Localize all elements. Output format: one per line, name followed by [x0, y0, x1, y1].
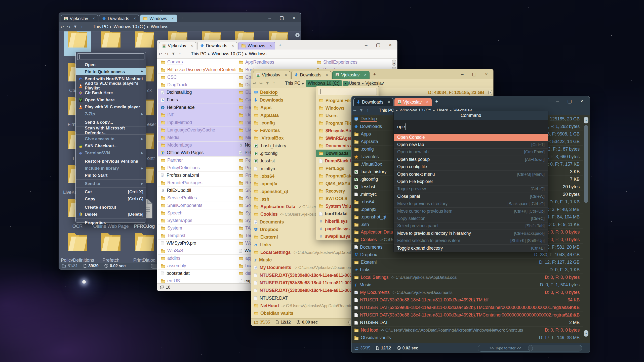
- file-row[interactable]: INF: [158, 111, 236, 119]
- up-icon[interactable]: ↑: [271, 81, 277, 86]
- file-row[interactable]: InputMethod: [158, 119, 236, 126]
- file-row[interactable]: WinSxS: [158, 247, 236, 255]
- up-icon[interactable]: ↑: [365, 108, 371, 113]
- file-row[interactable]: RtlExUpd.dll: [158, 187, 236, 194]
- breadcrumb-segment[interactable]: This PC: [379, 108, 394, 113]
- breadcrumb-segment[interactable]: Vjekoslav: [366, 81, 384, 86]
- scrollbar-down-button[interactable]: ▼: [584, 330, 588, 337]
- minimize-button[interactable]: –: [365, 42, 367, 48]
- command-item-open-new-tab[interactable]: Open new tab[Ctrl+T]: [394, 141, 548, 148]
- up-icon[interactable]: ↑: [177, 52, 183, 56]
- forward-icon[interactable]: ↪: [258, 81, 264, 86]
- tab-downloads[interactable]: Downloads×: [99, 15, 139, 22]
- maximize-button[interactable]: ▢: [376, 42, 380, 48]
- menu-item-scan-with-microsoft-defender[interactable]: Scan with Microsoft Defender...: [76, 127, 146, 134]
- file-row[interactable]: BitLockerDiscoveryVolumeContents: [158, 66, 236, 74]
- file-row[interactable]: DiagTrack: [158, 81, 236, 89]
- file-row[interactable]: NTUSER.DAT{53b39e88-18c4-11ea-a811-000d3…: [351, 311, 583, 319]
- tab-close-icon[interactable]: ×: [388, 100, 390, 104]
- context-menu-filter-input[interactable]: [77, 53, 144, 60]
- close-button[interactable]: ×: [580, 99, 583, 104]
- grid-item[interactable]: [64, 232, 91, 260]
- tab-vjekoslav[interactable]: Vjekoslav×: [394, 98, 432, 106]
- menu-item-properties[interactable]: Properties: [76, 219, 146, 226]
- menu-item-cut[interactable]: Cut[Ctrl+X]: [76, 188, 146, 195]
- command-item-open-config-file[interactable]: Open config file: [394, 163, 548, 171]
- command-item-open-in-new-tab[interactable]: Open in new tab[Ctrl+Enter]: [394, 149, 548, 156]
- file-row[interactable]: ServiceProfiles: [158, 194, 236, 202]
- menu-item-open-vim-here[interactable]: Open Vim here: [76, 96, 146, 103]
- file-row[interactable]: ModemLogs: [158, 142, 236, 149]
- breadcrumb-segment[interactable]: Users: [349, 81, 360, 86]
- menu-item-pin-to-quick-access[interactable]: Pin to Quick access: [76, 68, 146, 75]
- maximize-button[interactable]: ▢: [472, 71, 476, 77]
- close-button[interactable]: ×: [293, 15, 295, 21]
- file-row[interactable]: Offline Web Pages: [158, 149, 236, 157]
- file-row[interactable]: PolicyDefinitions: [158, 164, 236, 172]
- file-row[interactable]: AFonts: [158, 96, 236, 104]
- file-row[interactable]: DtcInstall.log: [158, 89, 236, 96]
- tab-downloads[interactable]: Downloads×: [353, 98, 393, 106]
- file-row[interactable]: LanguageOverlayCache: [158, 126, 236, 134]
- menu-item-open[interactable]: Open: [76, 61, 146, 68]
- file-row[interactable]: WMSysPr9.prx: [158, 240, 236, 247]
- close-button[interactable]: ×: [389, 42, 392, 48]
- command-item-move-to-previous-directory[interactable]: Move to previous directory[Backspace] [C…: [394, 200, 548, 208]
- file-row[interactable]: bootstat.dat: [158, 270, 236, 277]
- grid-item[interactable]: [97, 232, 125, 260]
- tab-close-icon[interactable]: ×: [93, 16, 95, 21]
- back-icon[interactable]: ↩: [157, 52, 164, 56]
- command-item-close-panel[interactable]: Close panel[Ctrl+W]: [394, 193, 548, 200]
- scrollbar-up-button[interactable]: ▲: [584, 117, 588, 123]
- menu-item-play-with-vlc-media-player[interactable]: Play with VLC media player: [76, 103, 146, 110]
- file-row[interactable]: DropboxD: 230, F: 1043, 46 GB: [351, 251, 583, 259]
- breadcrumb-segment[interactable]: Windows 10 (C:): [306, 80, 341, 87]
- menu-item-add-to-vlc-media-player-s-playlist[interactable]: Add to VLC media player's Playlist: [76, 82, 146, 89]
- file-row[interactable]: MusicD: 0, F: 1, 504 bytes: [351, 281, 583, 289]
- file-row[interactable]: assembly: [158, 262, 236, 270]
- file-row[interactable]: ShellComponents: [158, 202, 236, 209]
- menu-item-7-zip[interactable]: 7-Zip▶: [76, 110, 146, 117]
- forward-icon[interactable]: ↪: [164, 52, 170, 56]
- menu-item-create-shortcut[interactable]: Create shortcut: [76, 204, 146, 211]
- file-row[interactable]: AppReadiness: [236, 59, 314, 66]
- menu-item-pin-to-start[interactable]: Pin to Start: [76, 172, 146, 179]
- menu-item-send-to[interactable]: Send to▶: [76, 180, 146, 187]
- status-progress-box[interactable]: [528, 345, 582, 351]
- close-button[interactable]: ×: [485, 71, 488, 77]
- file-row[interactable]: ShellExperiences: [314, 59, 392, 66]
- back-icon[interactable]: ↩: [59, 24, 65, 29]
- menu-item-copy[interactable]: Copy[Ctrl+C]: [76, 195, 146, 202]
- tab-close-icon[interactable]: ×: [270, 43, 272, 48]
- tab-close-icon[interactable]: ×: [364, 73, 366, 77]
- tab-close-icon[interactable]: ×: [232, 43, 234, 48]
- tab-downloads[interactable]: Downloads×: [197, 42, 237, 50]
- menu-item-svn-checkout[interactable]: SVN Checkout...: [76, 142, 146, 149]
- breadcrumb-dropdown-button[interactable]: ▼: [343, 81, 349, 86]
- back-icon[interactable]: ↩: [251, 81, 258, 86]
- file-row[interactable]: Cursors: [158, 59, 236, 66]
- file-row[interactable]: addins: [158, 255, 236, 262]
- breadcrumb-segment[interactable]: Windows: [249, 51, 266, 57]
- history-dropdown-icon[interactable]: ▼: [72, 24, 78, 29]
- file-row[interactable]: Local Settings-> C:\Users\Vjekoslav\AppD…: [351, 274, 583, 281]
- scrollbar-thumb[interactable]: [584, 125, 588, 203]
- menu-item-restore-previous-versions[interactable]: Restore previous versions: [76, 158, 146, 165]
- history-dropdown-icon[interactable]: ▼: [264, 81, 271, 86]
- tab-vjekoslav[interactable]: Vjekoslav×: [253, 71, 290, 79]
- file-row[interactable]: Media: [158, 134, 236, 142]
- new-tab-button[interactable]: +: [373, 72, 376, 78]
- menu-item-give-access-to[interactable]: Give access to▶: [76, 135, 146, 142]
- tab-downloads[interactable]: Downloads×: [291, 71, 331, 79]
- breadcrumb-segment[interactable]: Windows: [151, 24, 168, 29]
- tab-close-icon[interactable]: ×: [172, 16, 174, 21]
- scrollbar-up-button[interactable]: ▲: [295, 33, 300, 37]
- file-row[interactable]: System: [158, 224, 236, 232]
- menu-item-tortoisesvn[interactable]: TortoiseSVN▶: [76, 149, 146, 156]
- tab-close-icon[interactable]: ×: [426, 100, 428, 104]
- tab-windows[interactable]: Windows×: [238, 42, 275, 50]
- grid-item[interactable]: [131, 232, 158, 260]
- menu-item-send-a-copy[interactable]: Send a copy...: [76, 119, 146, 126]
- new-tab-button[interactable]: +: [279, 42, 281, 49]
- file-row[interactable]: NTUSER.DAT{53b39e88-18c4-11ea-a811-000d3…: [351, 304, 583, 311]
